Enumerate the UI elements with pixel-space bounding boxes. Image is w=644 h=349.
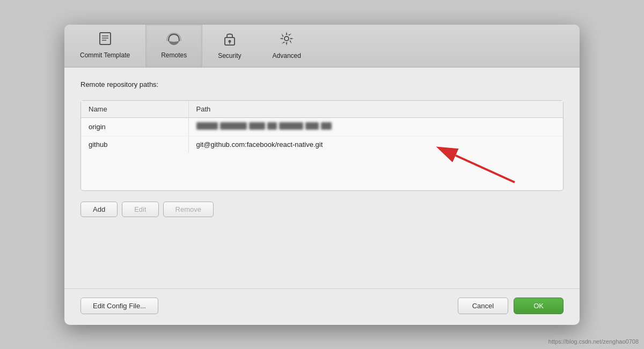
remove-button[interactable]: Remove: [163, 202, 214, 217]
svg-rect-0: [100, 33, 111, 44]
security-icon: [223, 31, 236, 49]
blur-segment: [267, 122, 277, 130]
tab-security[interactable]: Security: [202, 25, 257, 67]
tab-commit-template[interactable]: Commit Template: [64, 25, 145, 67]
bottom-bar: Edit Config File... Cancel OK: [64, 288, 580, 325]
content-area: Remote repository paths: Name Path origi…: [64, 68, 580, 288]
remotes-icon: [166, 31, 182, 48]
add-button[interactable]: Add: [80, 202, 118, 217]
tab-security-label: Security: [218, 52, 241, 60]
blur-segment: [321, 122, 332, 130]
tab-advanced-label: Advanced: [273, 52, 301, 60]
row-origin-name: origin: [81, 117, 188, 136]
dialog-actions: Cancel OK: [458, 298, 564, 314]
row-origin-path: [188, 117, 563, 136]
remotes-table-container: Name Path origin: [80, 100, 564, 191]
svg-point-7: [284, 36, 289, 41]
advanced-icon: [279, 31, 295, 49]
commit-template-icon: [98, 31, 113, 48]
blur-segment: [196, 122, 218, 130]
annotation-area: [81, 153, 563, 190]
tab-bar: Commit Template Remotes S: [64, 25, 580, 68]
watermark: https://blog.csdn.net/zenghao0708: [548, 338, 639, 345]
edit-button[interactable]: Edit: [122, 202, 158, 217]
blur-segment: [249, 122, 265, 130]
svg-point-5: [228, 40, 231, 43]
blur-segment: [220, 122, 247, 130]
blurred-path: [196, 122, 332, 130]
tab-remotes[interactable]: Remotes: [145, 25, 202, 67]
red-arrow: [434, 145, 520, 188]
tab-advanced[interactable]: Advanced: [257, 25, 317, 67]
action-buttons: Add Edit Remove: [80, 202, 564, 217]
cancel-button[interactable]: Cancel: [458, 298, 508, 314]
section-label: Remote repository paths:: [80, 80, 564, 88]
blur-segment: [305, 122, 319, 130]
col-header-name: Name: [81, 101, 188, 118]
table-row[interactable]: origin: [81, 117, 563, 136]
table-header-row: Name Path: [81, 101, 563, 118]
blur-segment: [279, 122, 303, 130]
row-github-name: github: [81, 136, 188, 153]
svg-line-9: [456, 155, 515, 182]
tab-commit-template-label: Commit Template: [80, 51, 130, 59]
col-header-path: Path: [188, 101, 563, 118]
dialog: Commit Template Remotes S: [64, 25, 580, 325]
tab-remotes-label: Remotes: [161, 51, 187, 59]
ok-button[interactable]: OK: [514, 298, 564, 314]
edit-config-button[interactable]: Edit Config File...: [80, 298, 158, 314]
